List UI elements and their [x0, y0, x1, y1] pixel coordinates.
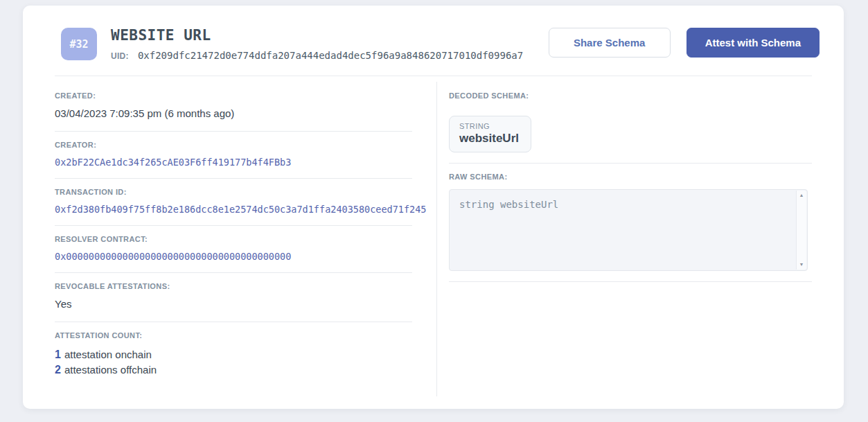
resolver-row: RESOLVER CONTRACT: 0x0000000000000000000… — [55, 226, 412, 273]
details-column: CREATED: 03/04/2023 7:09:35 pm (6 months… — [55, 76, 412, 399]
decoded-schema-label: DECODED SCHEMA: — [449, 91, 812, 100]
schema-number-badge: #32 — [61, 28, 97, 60]
transaction-row: TRANSACTION ID: 0xf2d380fb409f75ff8b2e18… — [55, 179, 412, 226]
transaction-id-link[interactable]: 0xf2d380fb409f75ff8b2e186dcc8e1e2574dc50… — [55, 204, 412, 215]
schema-detail-card: #32 WEBSITE URL UID: 0xf209dfc21472d0e77… — [23, 6, 844, 409]
created-value: 03/04/2023 7:09:35 pm (6 months ago) — [55, 107, 412, 121]
uid-row: UID: 0xf209dfc21472d0e774ddfa207a444edad… — [111, 50, 523, 61]
scrollbar-up-icon[interactable]: ▲ — [797, 191, 806, 200]
created-row: CREATED: 03/04/2023 7:09:35 pm (6 months… — [55, 76, 412, 132]
revocable-attestations-label: REVOCABLE ATTESTATIONS: — [55, 282, 412, 290]
creator-row: CREATOR: 0x2bF22CAe1dc34f265cAE03F6ff419… — [55, 132, 412, 179]
uid-label: UID: — [111, 51, 129, 61]
schema-column: DECODED SCHEMA: STRING websiteUrl RAW SC… — [437, 76, 812, 399]
resolver-contract-label: RESOLVER CONTRACT: — [55, 235, 412, 243]
raw-schema-label: RAW SCHEMA: — [449, 173, 812, 181]
offchain-count-line: 2attestations offchain — [55, 362, 412, 378]
attestation-count-label: ATTESTATION COUNT: — [55, 331, 412, 340]
schema-header: #32 WEBSITE URL UID: 0xf209dfc21472d0e77… — [23, 6, 844, 61]
schema-identity: #32 WEBSITE URL UID: 0xf209dfc21472d0e77… — [61, 28, 523, 61]
title-block: WEBSITE URL UID: 0xf209dfc21472d0e774ddf… — [111, 28, 523, 61]
schema-field-chip: STRING websiteUrl — [449, 116, 531, 152]
offchain-count-number: 2 — [55, 364, 61, 376]
revocable-row: REVOCABLE ATTESTATIONS: Yes — [55, 273, 412, 322]
transaction-id-label: TRANSACTION ID: — [55, 188, 412, 196]
scrollbar-down-icon[interactable]: ▼ — [797, 260, 806, 270]
onchain-count-number: 1 — [55, 349, 61, 360]
attestation-count-row: ATTESTATION COUNT: 1attestation onchain … — [55, 322, 412, 388]
creator-label: CREATOR: — [55, 141, 412, 149]
schema-field-name: websiteUrl — [459, 132, 519, 146]
decoded-schema-row: DECODED SCHEMA: STRING websiteUrl — [449, 76, 812, 164]
attest-with-schema-button[interactable]: Attest with Schema — [687, 28, 820, 58]
resolver-contract-link[interactable]: 0x00000000000000000000000000000000000000… — [55, 251, 412, 262]
textarea-scrollbar[interactable]: ▲ ▼ — [796, 191, 806, 270]
share-schema-button[interactable]: Share Schema — [549, 28, 671, 58]
created-label: CREATED: — [55, 91, 412, 100]
page-title: WEBSITE URL — [111, 28, 523, 44]
uid-value: 0xf209dfc21472d0e774ddfa207a444edad4dec5… — [138, 50, 523, 61]
schema-content: CREATED: 03/04/2023 7:09:35 pm (6 months… — [23, 76, 844, 399]
raw-schema-value: string websiteUrl — [450, 190, 807, 219]
revocable-attestations-value: Yes — [55, 298, 412, 311]
raw-schema-textarea[interactable]: string websiteUrl ▲ ▼ — [449, 189, 808, 271]
creator-address-link[interactable]: 0x2bF22CAe1dc34f265cAE03F6ff419177b4f4FB… — [55, 157, 412, 168]
onchain-count-line: 1attestation onchain — [55, 347, 412, 362]
schema-field-type: STRING — [459, 122, 519, 130]
header-actions: Share Schema Attest with Schema — [549, 28, 820, 58]
onchain-count-text: attestation onchain — [64, 349, 152, 360]
raw-schema-row: RAW SCHEMA: string websiteUrl ▲ ▼ — [449, 164, 812, 282]
offchain-count-text: attestations offchain — [64, 364, 157, 376]
